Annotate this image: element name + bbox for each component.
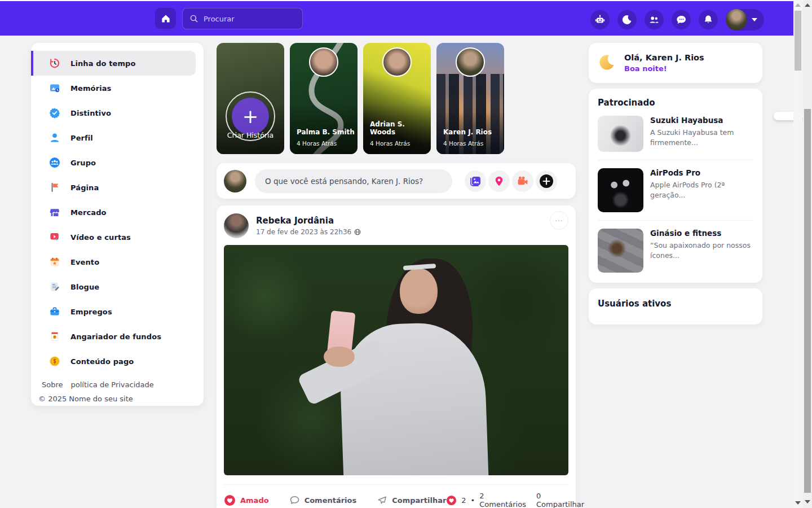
sponsored-item-desc: A Suzuki Hayabusa tem firmemente... [650,128,753,148]
messages-button[interactable] [672,10,691,29]
post-date-text: 17 de fev de 2023 às 22h36 [256,228,351,236]
sponsored-card: Patrocinado Suzuki Hayabusa A Suzuki Hay… [589,89,762,283]
love-label: Amado [240,496,269,505]
post-header: Rebeka Jordânia 17 de fev de 2023 às 22h… [217,205,576,245]
heart-stat-icon[interactable] [446,495,457,506]
sidebar-item-memorias[interactable]: Memórias [31,76,204,100]
privacy-policy-link[interactable]: política de Privacidade [71,380,154,389]
comments-label: Comentários [304,496,357,505]
add-photo-button[interactable] [465,170,486,192]
friends-icon [648,14,660,25]
sidebar-item-label: Conteúdo pago [70,357,134,366]
composer-input[interactable] [255,169,452,193]
sidebar-item-linha-do-tempo[interactable]: Linha do tempo [31,51,196,76]
sidebar-item-label: Blogue [70,283,99,291]
avatar [726,9,747,30]
timeline-history-icon [49,58,60,69]
scrollbar-thumb[interactable] [804,109,811,493]
sidebar-item-perfil[interactable]: Perfil [31,125,204,150]
greeting-subtitle: Boa noite! [624,64,704,73]
sidebar-item-evento[interactable]: Evento [31,249,204,274]
share-count[interactable]: 0 Compartilhar [536,492,584,508]
sidebar-item-label: Perfil [70,134,93,142]
marketplace-icon [49,207,60,218]
sidebar-item-label: Mercado [70,208,107,217]
page-flag-icon [49,182,60,193]
sidebar-item-label: Linha do tempo [70,59,136,68]
sponsored-item[interactable]: Suzuki Hayabusa A Suzuki Hayabusa tem fi… [598,116,753,160]
sponsored-image-motorcycle [598,116,643,152]
scroll-up-arrow[interactable] [805,3,810,7]
add-location-button[interactable] [488,170,510,192]
scroll-down-arrow[interactable] [805,500,810,503]
sidebar-item-grupo[interactable]: Grupo [31,150,204,175]
create-story-label: Criar História [217,131,284,139]
sidebar-footer-links: Sobre política de Privacidade [31,380,204,389]
sidebar-item-mercado[interactable]: Mercado [31,200,204,225]
sponsored-item[interactable]: Ginásio e fitness “Sou apaixonado por no… [598,229,753,281]
sidebar-item-blogue[interactable]: Blogue [31,274,204,299]
moon-icon [621,14,633,25]
create-story-card[interactable]: + Criar História [217,43,284,154]
scroll-down-arrow[interactable] [795,501,801,505]
jobs-briefcase-icon [49,306,60,317]
comment-bubble-icon [289,495,300,506]
group-icon [49,157,60,168]
about-link[interactable]: Sobre [42,380,63,389]
post-author-avatar[interactable] [224,213,249,238]
page-scrollbar[interactable] [793,0,802,508]
sidebar-item-angariador[interactable]: Angariador de fundos [31,324,204,349]
notifications-button[interactable] [699,10,718,29]
sidebar-item-distintivo[interactable]: Distintivo [31,100,204,125]
more-create-button[interactable] [536,170,557,192]
photo-figure-hand [324,347,355,367]
story-avatar [456,47,485,77]
love-button[interactable]: Amado [224,494,269,506]
greeting-title: Olá, Karen J. Rios [624,53,704,62]
post-options-button[interactable]: ... [550,211,568,230]
story-card[interactable]: Adrian S. Woods 4 Horas Atrás [363,43,431,154]
home-button[interactable] [155,8,176,29]
sidebar-item-label: Página [70,183,99,192]
sidebar-item-conteudo-pago[interactable]: Conteúdo pago [31,349,204,374]
post-date: 17 de fev de 2023 às 22h36 [256,228,361,236]
fundraiser-icon [49,331,60,342]
composer-actions [465,170,558,192]
reaction-count[interactable]: 2 [461,496,466,505]
comments-button[interactable]: Comentários [289,495,357,506]
post-action-bar: Amado Comentários Compartilhar 2 • 2 Com… [224,484,568,508]
story-time: 4 Horas Atrás [370,140,410,147]
sidebar-item-video-e-curtas[interactable]: Vídeo e curtas [31,225,204,249]
sponsored-title: Patrocinado [598,98,753,108]
story-card[interactable]: Palma B. Smith 4 Horas Atrás [290,43,358,154]
comment-count[interactable]: 2 Comentários [479,492,526,508]
friends-button[interactable] [645,10,664,29]
scrollbar-thumb[interactable] [795,11,801,71]
bot-button[interactable] [590,10,610,29]
post-author-name[interactable]: Rebeka Jordânia [256,216,361,226]
scroll-up-arrow[interactable] [795,3,801,7]
dark-mode-button[interactable] [617,10,637,29]
verified-badge-icon [49,107,60,119]
bell-icon [703,14,714,25]
sponsored-item[interactable]: AirPods Pro Apple AirPods Pro (2ª geraçã… [598,168,753,221]
story-time: 4 Horas Atrás [443,140,483,147]
profile-menu-button[interactable] [726,9,764,30]
search-input[interactable] [204,15,288,23]
sidebar-item-pagina[interactable]: Página [31,175,204,200]
post-photo[interactable] [224,245,568,475]
photo-figure-face [400,268,438,314]
browser-scrollbar[interactable] [803,0,812,508]
sidebar-item-label: Distintivo [70,109,111,117]
story-card[interactable]: Karen J. Rios 4 Horas Atrás [436,43,504,154]
story-avatar [382,47,412,77]
search-box[interactable] [182,8,303,29]
plus-icon: + [232,98,269,135]
share-button[interactable]: Compartilhar [377,495,446,506]
sidebar-item-label: Memórias [70,84,111,93]
add-video-button[interactable] [512,170,533,192]
story-avatar [309,47,338,77]
share-label: Compartilhar [392,496,446,505]
sidebar-item-empregos[interactable]: Empregos [31,299,204,324]
composer-avatar [224,170,246,192]
